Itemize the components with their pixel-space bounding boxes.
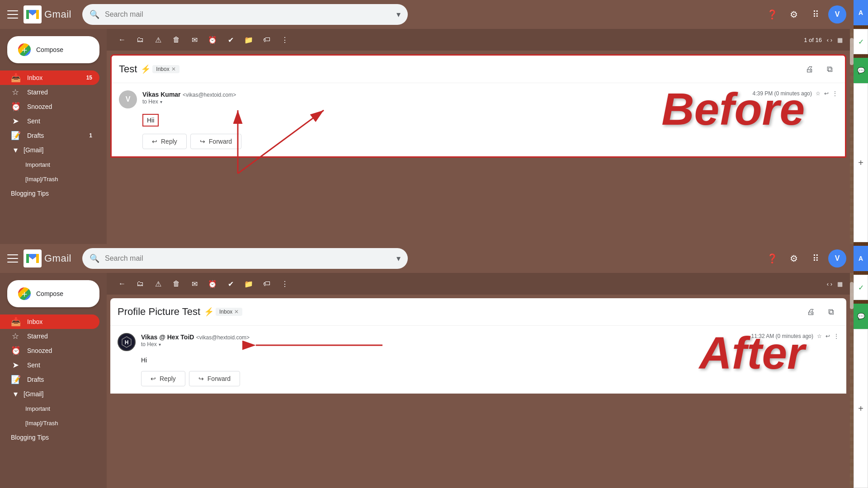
top-message-more-icon[interactable]: ⋮ bbox=[832, 90, 838, 97]
bottom-sidebar-item-drafts[interactable]: 📝 Drafts bbox=[0, 372, 99, 387]
top-scrollbar-thumb[interactable] bbox=[850, 38, 854, 65]
top-inbox-badge-close[interactable]: ✕ bbox=[171, 66, 176, 72]
bottom-sidebar-item-starred[interactable]: ☆ Starred bbox=[0, 329, 99, 343]
right-tab-plus-2[interactable]: + bbox=[854, 329, 868, 488]
bottom-to-dropdown[interactable]: ▾ bbox=[159, 342, 161, 347]
bottom-sidebar-item-gmail[interactable]: ▾ [Gmail] bbox=[0, 387, 99, 401]
bottom-report-btn[interactable]: ⚠ bbox=[150, 276, 166, 292]
bottom-reply-button[interactable]: ↩ Reply bbox=[141, 371, 185, 386]
top-avatar-btn[interactable]: V bbox=[828, 5, 846, 23]
top-forward-icon-btn: ↪ bbox=[200, 138, 205, 145]
bottom-search-dropdown-icon[interactable]: ▾ bbox=[396, 253, 401, 263]
top-report-btn[interactable]: ⚠ bbox=[150, 32, 166, 48]
top-to-dropdown[interactable]: ▾ bbox=[160, 99, 162, 104]
bottom-settings-icon-btn[interactable]: ⚙ bbox=[785, 249, 803, 267]
search-input[interactable] bbox=[105, 10, 396, 19]
right-tab-chat-2[interactable]: 💬 bbox=[854, 304, 868, 329]
sidebar-item-sent[interactable]: ➤ Sent bbox=[0, 114, 99, 128]
apps-icon-btn[interactable]: ⠿ bbox=[807, 5, 825, 23]
top-external-btn[interactable]: ⧉ bbox=[821, 61, 838, 77]
bottom-sidebar-item-blogging-tips[interactable]: Blogging Tips bbox=[0, 430, 99, 445]
bottom-email-message: H Vikas @ Hex ToiD <vikas@hextoid.com> t… bbox=[110, 326, 846, 394]
top-reply-icon[interactable]: ↩ bbox=[824, 90, 829, 97]
bottom-inbox-badge-close[interactable]: ✕ bbox=[234, 309, 239, 315]
bottom-view-btn[interactable]: ▦ bbox=[837, 281, 843, 287]
top-folder-btn[interactable]: 📁 bbox=[241, 32, 257, 48]
bottom-folder-btn[interactable]: 📁 bbox=[241, 276, 257, 292]
top-forward-button[interactable]: ↪ Forward bbox=[190, 134, 241, 149]
bottom-check-btn[interactable]: ✔ bbox=[222, 276, 239, 292]
top-compose-button[interactable]: ＋ Compose bbox=[7, 36, 99, 63]
top-tag-btn[interactable]: 🏷 bbox=[259, 32, 275, 48]
top-star-icon[interactable]: ☆ bbox=[816, 90, 821, 97]
sidebar-item-important[interactable]: Important bbox=[0, 157, 99, 172]
right-tab-plus[interactable]: + bbox=[854, 83, 868, 242]
top-print-btn[interactable]: 🖨 bbox=[802, 61, 818, 77]
bottom-search-icon: 🔍 bbox=[90, 253, 99, 263]
bottom-sidebar-item-sent[interactable]: ➤ Sent bbox=[0, 358, 99, 372]
bottom-message-header: H Vikas @ Hex ToiD <vikas@hextoid.com> t… bbox=[118, 333, 839, 351]
bottom-prev-btn[interactable]: ‹ bbox=[827, 281, 829, 287]
bottom-scrollbar[interactable] bbox=[850, 273, 854, 488]
top-archive-btn[interactable]: 🗂 bbox=[132, 32, 148, 48]
top-check-btn[interactable]: ✔ bbox=[222, 32, 239, 48]
top-back-btn[interactable]: ← bbox=[114, 32, 130, 48]
bottom-apps-icon-btn[interactable]: ⠿ bbox=[807, 249, 825, 267]
bottom-sidebar-item-inbox[interactable]: 📥 Inbox bbox=[0, 314, 99, 329]
starred-label: Starred bbox=[27, 89, 92, 96]
bottom-print-btn[interactable]: 🖨 bbox=[803, 304, 819, 320]
bottom-external-btn[interactable]: ⧉ bbox=[823, 304, 839, 320]
bottom-archive-btn[interactable]: 🗂 bbox=[132, 276, 148, 292]
settings-icon-btn[interactable]: ⚙ bbox=[785, 5, 803, 23]
sidebar-item-inbox[interactable]: 📥 Inbox 15 bbox=[0, 70, 99, 85]
top-view-btn[interactable]: ▦ bbox=[837, 37, 843, 43]
bottom-back-btn[interactable]: ← bbox=[114, 276, 130, 292]
bottom-reply-icon[interactable]: ↩ bbox=[826, 333, 830, 339]
bottom-next-btn[interactable]: › bbox=[830, 281, 832, 287]
top-next-btn[interactable]: › bbox=[830, 37, 832, 43]
bottom-compose-button[interactable]: ＋ Compose bbox=[7, 280, 99, 307]
bottom-delete-btn[interactable]: 🗑 bbox=[168, 276, 184, 292]
right-tab-translate[interactable]: A bbox=[854, 0, 868, 25]
bottom-clock-btn[interactable]: ⏰ bbox=[204, 276, 221, 292]
bottom-mail-btn[interactable]: ✉ bbox=[186, 276, 203, 292]
bottom-help-icon-btn[interactable]: ❓ bbox=[763, 249, 781, 267]
bottom-compose-plus-icon: ＋ bbox=[18, 287, 31, 300]
sidebar-item-starred[interactable]: ☆ Starred bbox=[0, 85, 99, 99]
bottom-forward-button[interactable]: ↪ Forward bbox=[189, 371, 240, 386]
snoozed-icon: ⏰ bbox=[11, 102, 20, 112]
top-message-header: V Vikas Kumar <vikas@hextoid.com> to Hex… bbox=[119, 90, 838, 108]
search-dropdown-icon[interactable]: ▾ bbox=[396, 9, 401, 19]
sidebar-item-blogging-tips[interactable]: Blogging Tips bbox=[0, 186, 99, 201]
top-delete-btn[interactable]: 🗑 bbox=[168, 32, 184, 48]
right-tab-translate-2[interactable]: A bbox=[854, 246, 868, 271]
bottom-search-input[interactable] bbox=[105, 254, 396, 263]
hamburger-menu-icon[interactable] bbox=[7, 10, 18, 19]
bottom-avatar-btn[interactable]: V bbox=[828, 249, 846, 267]
bottom-sidebar-item-snoozed[interactable]: ⏰ Snoozed bbox=[0, 343, 99, 358]
top-clock-btn[interactable]: ⏰ bbox=[204, 32, 221, 48]
bottom-sidebar-item-imap-trash[interactable]: [Imap]/Trash bbox=[0, 416, 99, 430]
bottom-tag-btn[interactable]: 🏷 bbox=[259, 276, 275, 292]
sidebar-item-snoozed[interactable]: ⏰ Snoozed bbox=[0, 99, 99, 114]
bottom-sidebar-item-important[interactable]: Important bbox=[0, 401, 99, 416]
right-tab-check-2[interactable]: ✓ bbox=[854, 275, 868, 300]
top-more-btn[interactable]: ⋮ bbox=[277, 32, 293, 48]
drafts-badge: 1 bbox=[89, 132, 92, 139]
bottom-scrollbar-thumb[interactable] bbox=[850, 282, 854, 309]
top-reply-button[interactable]: ↩ Reply bbox=[142, 134, 187, 149]
right-tab-check[interactable]: ✓ bbox=[854, 29, 868, 54]
bottom-hamburger-icon[interactable] bbox=[7, 254, 18, 263]
bottom-more-btn[interactable]: ⋮ bbox=[277, 276, 293, 292]
help-icon-btn[interactable]: ❓ bbox=[763, 5, 781, 23]
bottom-star-icon[interactable]: ☆ bbox=[817, 333, 822, 339]
sidebar-item-gmail[interactable]: ▾ [Gmail] bbox=[0, 143, 99, 157]
top-prev-btn[interactable]: ‹ bbox=[827, 37, 829, 43]
sidebar-item-imap-trash[interactable]: [Imap]/Trash bbox=[0, 172, 99, 186]
right-tab-chat[interactable]: 💬 bbox=[854, 58, 868, 83]
bottom-message-more-icon[interactable]: ⋮ bbox=[834, 333, 839, 339]
top-scrollbar[interactable] bbox=[850, 29, 854, 244]
top-mail-btn[interactable]: ✉ bbox=[186, 32, 203, 48]
gmail-collapse-icon: ▾ bbox=[11, 145, 20, 155]
sidebar-item-drafts[interactable]: 📝 Drafts 1 bbox=[0, 128, 99, 143]
